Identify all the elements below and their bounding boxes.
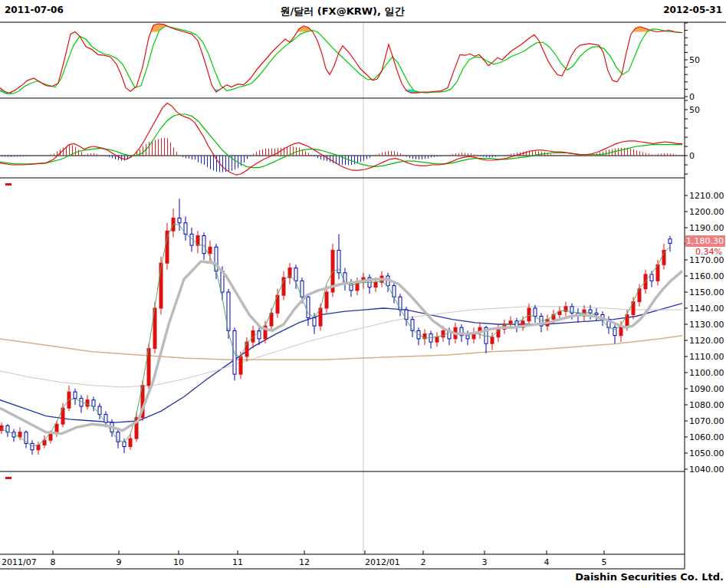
price-axis-label: 1050.00 xyxy=(689,448,724,458)
macd-histogram-bar xyxy=(458,153,459,156)
macd-histogram-bar xyxy=(308,153,309,156)
macd-histogram-bar xyxy=(176,152,177,156)
axis-label: 0 xyxy=(689,92,695,102)
stochastic-panel: 500 xyxy=(0,23,700,102)
macd-histogram-bar xyxy=(235,156,235,169)
x-axis-label: 9 xyxy=(117,557,122,567)
macd-histogram-bar xyxy=(69,145,70,156)
macd-histogram-bar xyxy=(376,155,376,156)
macd-histogram-bar xyxy=(143,146,143,156)
price-axis-label: 1210.00 xyxy=(689,191,724,201)
macd-histogram-bar xyxy=(563,155,563,156)
macd-histogram-bar xyxy=(100,155,100,156)
macd-histogram-bar xyxy=(29,156,30,156)
macd-histogram-bar xyxy=(642,152,643,156)
macd-histogram-bar xyxy=(606,150,606,156)
macd-histogram-bar xyxy=(198,156,199,163)
macd-histogram-bar xyxy=(541,152,542,156)
macd-histogram-bar xyxy=(679,155,680,156)
macd-histogram-bar xyxy=(504,155,505,156)
macd-histogram-bar xyxy=(124,156,125,160)
macd-histogram-bar xyxy=(455,153,456,156)
macd-histogram-bar xyxy=(5,156,5,156)
price-axis-label: 1120.00 xyxy=(689,336,724,346)
macd-histogram-bar xyxy=(78,149,79,156)
candle-bearish xyxy=(313,318,316,327)
x-axis-label: 10 xyxy=(173,557,184,567)
macd-histogram-bar xyxy=(480,156,481,156)
macd-histogram-bar xyxy=(560,155,560,156)
candle-bearish xyxy=(399,297,402,310)
macd-histogram-bar xyxy=(639,151,640,156)
price-axis-label: 1090.00 xyxy=(689,384,724,394)
macd-histogram-bar xyxy=(281,148,281,156)
price-axis-label: 1190.00 xyxy=(689,223,724,233)
last-price-badge: 1,180.30 xyxy=(685,235,725,247)
macd-histogram-bar xyxy=(317,156,318,158)
macd-histogram-bar xyxy=(87,154,88,156)
price-axis-label: 1100.00 xyxy=(689,368,724,378)
macd-histogram-bar xyxy=(385,152,386,156)
x-axis-label: 2011/07 xyxy=(2,557,37,567)
macd-histogram-bar xyxy=(406,156,407,157)
macd-histogram-bar xyxy=(646,153,646,156)
macd-histogram-bar xyxy=(195,156,195,159)
macd-histogram-bar xyxy=(287,147,287,156)
macd-histogram-bar xyxy=(661,153,662,156)
macd-histogram-bar xyxy=(253,154,254,156)
macd-histogram-bar xyxy=(228,156,229,171)
candle-bullish xyxy=(491,337,494,343)
macd-histogram-bar xyxy=(265,149,266,156)
ma-mid-line xyxy=(0,261,682,434)
macd-histogram-bar xyxy=(158,139,159,156)
macd-histogram-bar xyxy=(357,156,358,163)
brand-label: Daishin Securities Co. Ltd. xyxy=(575,571,724,583)
ma-long-line xyxy=(0,304,682,422)
series-marker-dash xyxy=(5,183,11,186)
macd-histogram-bar xyxy=(182,156,183,157)
macd-histogram-bar xyxy=(109,156,110,157)
candle-bullish xyxy=(325,292,328,308)
candle-bullish xyxy=(37,445,40,450)
candle-bearish xyxy=(466,336,469,339)
x-axis-label: 2 xyxy=(421,557,426,567)
macd-histogram-bar xyxy=(63,147,64,156)
x-axis-label: 8 xyxy=(51,557,56,567)
macd-histogram-bar xyxy=(670,153,671,156)
macd-histogram-bar xyxy=(514,153,514,156)
macd-histogram-bar xyxy=(667,153,668,156)
macd-histogram-bar xyxy=(658,154,659,156)
macd-histogram-bar xyxy=(412,156,413,159)
macd-histogram-bar xyxy=(26,156,27,156)
macd-histogram-bar xyxy=(465,153,465,156)
macd-histogram-bar xyxy=(511,154,511,156)
candle-bearish xyxy=(92,400,95,406)
price-axis-label: 1130.00 xyxy=(689,320,724,330)
macd-histogram-bar xyxy=(483,156,484,157)
macd-histogram-bar xyxy=(363,156,364,161)
chart-plot-area[interactable]: 5005001040.001050.001060.001070.001080.0… xyxy=(0,0,726,588)
x-axis-label: 12 xyxy=(299,557,310,567)
macd-histogram-bar xyxy=(244,156,245,163)
macd-histogram-bar xyxy=(268,149,269,156)
macd-histogram-bar xyxy=(167,138,168,156)
macd-histogram-bar xyxy=(17,156,18,156)
macd-histogram-bar xyxy=(164,137,165,156)
macd-histogram-bar xyxy=(345,156,346,165)
candle-bullish xyxy=(86,400,89,406)
macd-histogram-bar xyxy=(186,156,186,159)
series-marker-dash xyxy=(5,477,11,479)
macd-histogram-bar xyxy=(189,156,189,159)
macd-histogram-bar xyxy=(379,153,379,156)
macd-histogram-bar xyxy=(75,147,76,156)
candle-bearish xyxy=(178,218,181,222)
macd-histogram-bar xyxy=(532,150,533,156)
macd-histogram-bar xyxy=(437,156,438,156)
macd-histogram-bar xyxy=(161,138,162,156)
macd-histogram-bar xyxy=(106,156,107,156)
macd-histogram-bar xyxy=(633,149,634,156)
macd-histogram-bar xyxy=(468,153,468,156)
macd-histogram-bar xyxy=(603,151,603,156)
macd-histogram-bar xyxy=(400,153,401,156)
x-axis: 2011/07891011122012/012345 xyxy=(2,550,607,567)
